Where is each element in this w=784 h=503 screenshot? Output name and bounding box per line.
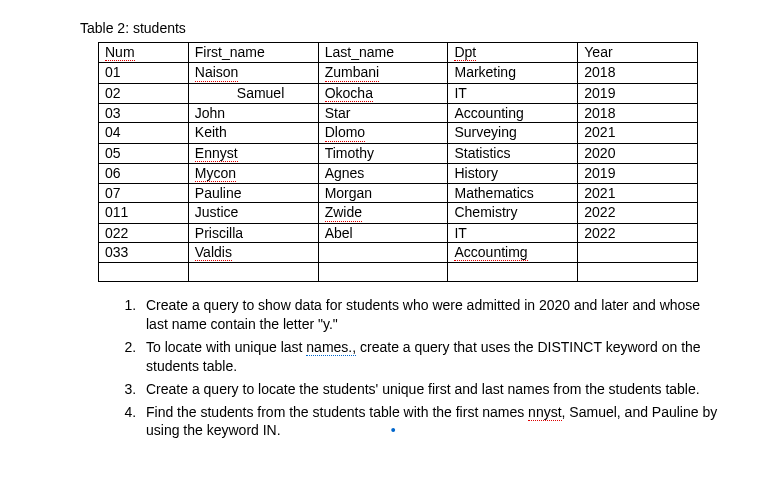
cell-empty: [318, 263, 448, 282]
cell-last: Zumbani: [318, 63, 448, 83]
cell-num: 04: [99, 123, 189, 143]
cell-last: Star: [318, 104, 448, 123]
question-2: To locate with unique last names., creat…: [140, 338, 724, 376]
col-first: First_name: [188, 43, 318, 63]
col-last: Last_name: [318, 43, 448, 63]
cell-last: [318, 242, 448, 262]
cell-dpt: Chemistry: [448, 203, 578, 223]
cell-num: 02: [99, 83, 189, 103]
cell-year: 2020: [578, 143, 698, 163]
cell-year: 2019: [578, 83, 698, 103]
table-row: 04KeithDlomoSurveying2021: [99, 123, 698, 143]
question-1: Create a query to show data for students…: [140, 296, 724, 334]
table-row: 033ValdisAccountimg: [99, 242, 698, 262]
table-header-row: Num First_name Last_name Dpt Year: [99, 43, 698, 63]
cell-last: Abel: [318, 223, 448, 242]
cell-first: Naison: [188, 63, 318, 83]
cell-dpt: History: [448, 163, 578, 183]
cell-first: Ennyst: [188, 143, 318, 163]
cell-empty: [448, 263, 578, 282]
table-row: 03JohnStarAccounting2018: [99, 104, 698, 123]
cell-dpt: Accountimg: [448, 242, 578, 262]
cell-dpt: IT: [448, 83, 578, 103]
cell-last: Timothy: [318, 143, 448, 163]
question-4: Find the students from the students tabl…: [140, 403, 724, 441]
cell-num: 05: [99, 143, 189, 163]
cell-last: Dlomo: [318, 123, 448, 143]
cell-num: 06: [99, 163, 189, 183]
col-dpt: Dpt: [448, 43, 578, 63]
cell-dpt: Statistics: [448, 143, 578, 163]
cell-first: Valdis: [188, 242, 318, 262]
table-row: 05EnnystTimothyStatistics2020: [99, 143, 698, 163]
cell-empty: [578, 263, 698, 282]
cell-num: 03: [99, 104, 189, 123]
cell-first: Keith: [188, 123, 318, 143]
cell-first: Mycon: [188, 163, 318, 183]
cell-first: Justice: [188, 203, 318, 223]
cell-year: 2022: [578, 203, 698, 223]
table-row: 022PriscillaAbelIT2022: [99, 223, 698, 242]
cell-year: [578, 242, 698, 262]
cell-first: Pauline: [188, 184, 318, 203]
cell-first: Priscilla: [188, 223, 318, 242]
cell-empty: [188, 263, 318, 282]
cell-dpt: Accounting: [448, 104, 578, 123]
cell-year: 2018: [578, 104, 698, 123]
cell-year: 2018: [578, 63, 698, 83]
table-row: 01NaisonZumbaniMarketing2018: [99, 63, 698, 83]
cell-year: 2021: [578, 184, 698, 203]
table-row: 02SamuelOkochaIT2019: [99, 83, 698, 103]
cell-dpt: IT: [448, 223, 578, 242]
cell-last: Zwide: [318, 203, 448, 223]
col-num: Num: [99, 43, 189, 63]
cell-num: 011: [99, 203, 189, 223]
cell-last: Morgan: [318, 184, 448, 203]
cell-year: 2021: [578, 123, 698, 143]
cell-year: 2019: [578, 163, 698, 183]
cell-num: 07: [99, 184, 189, 203]
cell-dpt: Surveying: [448, 123, 578, 143]
cell-first: Samuel: [188, 83, 318, 103]
cell-last: Agnes: [318, 163, 448, 183]
cell-num: 033: [99, 242, 189, 262]
table-row: 011JusticeZwideChemistry2022: [99, 203, 698, 223]
cell-num: 022: [99, 223, 189, 242]
cell-dpt: Marketing: [448, 63, 578, 83]
cell-num: 01: [99, 63, 189, 83]
cell-empty: [99, 263, 189, 282]
cell-first: John: [188, 104, 318, 123]
cursor-dot: •: [391, 422, 396, 438]
cell-year: 2022: [578, 223, 698, 242]
table-caption: Table 2: students: [80, 20, 724, 36]
cell-last: Okocha: [318, 83, 448, 103]
table-row: 06MyconAgnesHistory2019: [99, 163, 698, 183]
table-row-empty: [99, 263, 698, 282]
table-row: 07PaulineMorganMathematics2021: [99, 184, 698, 203]
question-list: Create a query to show data for students…: [140, 296, 724, 440]
students-table: Num First_name Last_name Dpt Year 01Nais…: [98, 42, 698, 282]
cell-dpt: Mathematics: [448, 184, 578, 203]
question-3: Create a query to locate the students' u…: [140, 380, 724, 399]
col-year: Year: [578, 43, 698, 63]
